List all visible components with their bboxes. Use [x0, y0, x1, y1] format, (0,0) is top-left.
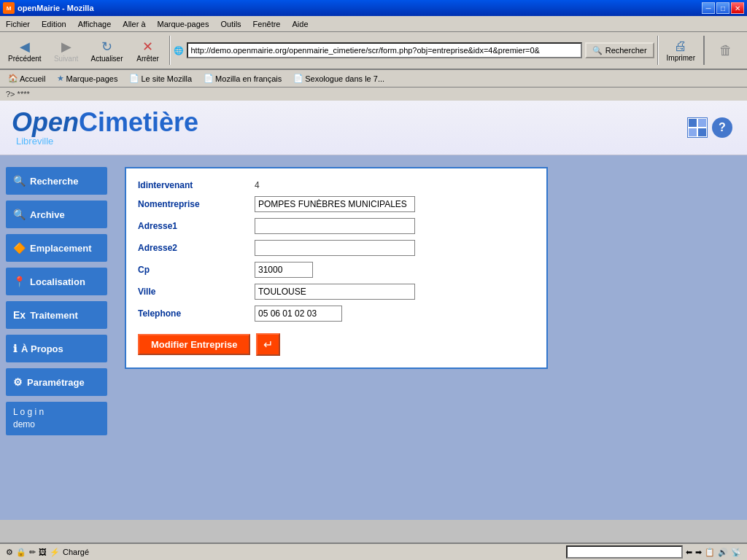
content-area: Idintervenant 4 Nomentreprise Adresse1 A… [113, 155, 747, 520]
bookmark-mozilla[interactable]: 📄 Le site Mozilla [124, 71, 197, 85]
address-globe-icon: 🌐 [174, 46, 184, 55]
menu-marquepages[interactable]: Marque-pages [152, 18, 215, 30]
minimize-button[interactable]: ─ [702, 2, 715, 14]
print-icon: 🖨 [674, 39, 687, 54]
sidebar-traitement[interactable]: Ex Traitement [6, 301, 107, 329]
search-label: Rechercher [605, 46, 647, 55]
refresh-button[interactable]: ↻ Actualiser [86, 36, 128, 65]
traitement-sidebar-icon: Ex [13, 309, 26, 321]
print-button[interactable]: 🖨 Imprimer [662, 36, 700, 64]
star-icon: ★ [57, 74, 64, 83]
field-adresse2: Adresse2 [138, 240, 535, 256]
sidebar-emplacement-label: Emplacement [30, 243, 92, 254]
trash-button[interactable]: 🗑 [708, 41, 744, 61]
page-icon-3: 📄 [293, 74, 303, 83]
input-cp[interactable] [255, 262, 313, 278]
sidebar-login[interactable]: L o g i n demo [6, 402, 107, 435]
close-button[interactable]: ✕ [731, 2, 744, 14]
help-button[interactable]: ? [712, 117, 732, 138]
input-adresse2[interactable] [255, 240, 415, 256]
menu-fichier[interactable]: Fichier [0, 18, 36, 30]
label-idintervenant: Idintervenant [138, 180, 255, 190]
form-actions: Modifier Entreprise ↵ [138, 333, 535, 356]
input-telephone[interactable] [255, 306, 342, 322]
menu-outils[interactable]: Outils [214, 18, 247, 30]
value-idintervenant: 4 [255, 180, 260, 190]
input-nomentreprise[interactable] [255, 196, 415, 212]
back-icon: ◀ [20, 39, 30, 55]
logo-subtitle: Libreville [16, 136, 198, 147]
archive-sidebar-icon: 🔍 [13, 209, 26, 220]
bookmark-sexologue-label: Sexologue dans le 7... [305, 74, 384, 83]
search-sidebar-icon: 🔍 [13, 175, 26, 187]
input-adresse1[interactable] [255, 218, 415, 234]
parametrage-sidebar-icon: ⚙ [13, 376, 23, 388]
refresh-label: Actualiser [91, 55, 123, 63]
sidebar-emplacement[interactable]: 🔶 Emplacement [6, 234, 107, 262]
field-ville: Ville [138, 284, 535, 300]
address-section: 🌐 🔍 Rechercher [174, 42, 654, 58]
bookmark-marquepages[interactable]: ★ Marque-pages [52, 71, 123, 85]
header-icons: ? [687, 117, 732, 138]
maximize-button[interactable]: □ [716, 2, 729, 14]
back-form-button[interactable]: ↵ [256, 333, 280, 356]
sidebar: 🔍 Recherche 🔍 Archive 🔶 Emplacement 📍 Lo… [0, 155, 113, 520]
stop-icon: ✕ [142, 39, 153, 55]
localisation-sidebar-icon: 📍 [13, 276, 26, 287]
menu-fenetre[interactable]: Fenêtre [247, 18, 287, 30]
title-bar: M openMairie - Mozilla ─ □ ✕ [0, 0, 747, 16]
menu-aide[interactable]: Aide [287, 18, 314, 30]
label-nomentreprise: Nomentreprise [138, 199, 255, 209]
menu-bar: Fichier Edition Affichage Aller à Marque… [0, 16, 747, 32]
bookmark-mozilla-fr-label: Mozilla en français [215, 74, 282, 83]
logo-container: OpenCimetière Libreville [12, 109, 198, 147]
label-adresse1: Adresse1 [138, 221, 255, 231]
sidebar-traitement-label: Traitement [30, 310, 78, 321]
app-icon: M [3, 2, 15, 14]
logo: OpenCimetière [12, 109, 198, 136]
sidebar-apropos-label: À Propos [21, 343, 63, 354]
toolbar-separator [169, 36, 171, 65]
forward-button[interactable]: ▶ Suivant [48, 36, 85, 65]
menu-affichage[interactable]: Affichage [72, 18, 117, 30]
forward-label: Suivant [54, 55, 78, 63]
back-button[interactable]: ◀ Précédent [3, 36, 47, 65]
field-nomentreprise: Nomentreprise [138, 196, 535, 212]
bookmark-accueil[interactable]: 🏠 Accueil [3, 71, 50, 85]
grid-icon[interactable] [687, 117, 708, 138]
menu-aller[interactable]: Aller à [117, 18, 151, 30]
stop-label: Arrêter [136, 55, 159, 63]
input-ville[interactable] [255, 284, 415, 300]
field-adresse1: Adresse1 [138, 218, 535, 234]
toolbar-separator-2 [657, 36, 659, 65]
logo-main: Cimetière [79, 107, 198, 137]
menu-edition[interactable]: Edition [36, 18, 72, 30]
bookmark-sexologue[interactable]: 📄 Sexologue dans le 7... [288, 71, 390, 85]
sidebar-archive[interactable]: 🔍 Archive [6, 201, 107, 228]
bookmark-accueil-label: Accueil [20, 74, 45, 83]
search-icon: 🔍 [592, 46, 603, 55]
sidebar-recherche-label: Recherche [30, 176, 78, 187]
bookmark-mozilla-fr[interactable]: 📄 Mozilla en français [198, 71, 287, 85]
bookmark-marquepages-label: Marque-pages [66, 74, 117, 83]
sidebar-apropos[interactable]: ℹ À Propos [6, 335, 107, 362]
field-idintervenant: Idintervenant 4 [138, 180, 535, 190]
field-telephone: Telephone [138, 306, 535, 322]
search-button[interactable]: 🔍 Rechercher [585, 42, 654, 58]
logo-open: Open [12, 107, 79, 137]
bookmarks-bar: 🏠 Accueil ★ Marque-pages 📄 Le site Mozil… [0, 70, 747, 88]
sidebar-localisation[interactable]: 📍 Localisation [6, 268, 107, 295]
label-ville: Ville [138, 287, 255, 297]
address-input[interactable] [187, 42, 582, 58]
label-telephone: Telephone [138, 308, 255, 319]
apropos-sidebar-icon: ℹ [13, 343, 17, 354]
field-cp: Cp [138, 262, 535, 278]
sidebar-parametrage[interactable]: ⚙ Paramétrage [6, 368, 107, 396]
modify-button[interactable]: Modifier Entreprise [138, 334, 250, 355]
toolbar: ◀ Précédent ▶ Suivant ↻ Actualiser ✕ Arr… [0, 32, 747, 70]
stop-button[interactable]: ✕ Arrêter [130, 36, 166, 65]
window-controls: ─ □ ✕ [702, 2, 744, 14]
sidebar-recherche[interactable]: 🔍 Recherche [6, 167, 107, 195]
refresh-icon: ↻ [101, 39, 112, 55]
bookmark-mozilla-label: Le site Mozilla [141, 74, 192, 83]
